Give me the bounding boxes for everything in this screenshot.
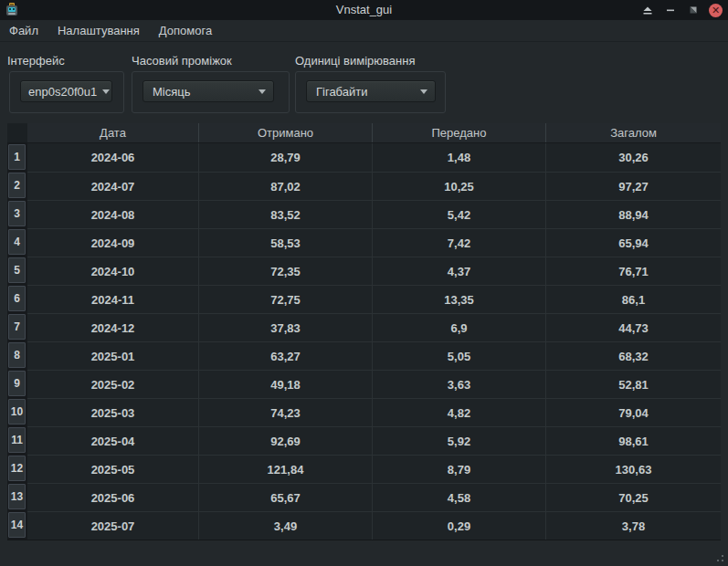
interface-select[interactable]: enp0s20f0u1 — [20, 80, 112, 102]
cell-date: 2025-04 — [27, 426, 198, 455]
cell-date: 2025-05 — [27, 455, 198, 483]
units-select-value: Гігабайти — [316, 85, 367, 99]
row-number-cell[interactable]: 5 — [7, 257, 27, 285]
row-number: 11 — [8, 427, 26, 453]
shade-window-button[interactable] — [640, 3, 655, 17]
row-number-cell[interactable]: 6 — [7, 285, 27, 313]
row-number-cell[interactable]: 12 — [7, 455, 27, 483]
time-span-select-value: Місяць — [153, 85, 190, 99]
time-span-label: Часовий проміжок — [132, 54, 232, 68]
cell-sent: 13,35 — [372, 285, 545, 313]
chevron-down-icon — [420, 89, 427, 94]
menubar: Файл Налаштування Допомога — [0, 20, 728, 42]
table-row[interactable]: 32024-0883,525,4288,94 — [7, 200, 721, 228]
window-title: Vnstat_gui — [0, 0, 728, 20]
table-row[interactable]: 12024-0628,791,4830,26 — [7, 143, 721, 172]
table-row[interactable]: 42024-0958,537,4265,94 — [7, 228, 721, 257]
row-number-cell[interactable]: 10 — [7, 398, 27, 426]
row-number-cell[interactable]: 2 — [7, 172, 27, 200]
units-select[interactable]: Гігабайти — [306, 80, 436, 102]
cell-sent: 4,58 — [372, 483, 545, 511]
close-window-button[interactable]: ✕ — [709, 4, 723, 17]
table-row[interactable]: 142025-073,490,293,78 — [7, 511, 721, 540]
cell-date: 2024-11 — [27, 285, 198, 313]
titlebar[interactable]: Vnstat_gui ✕ — [0, 0, 728, 20]
table-header-row: Дата Отримано Передано Загалом — [7, 123, 721, 143]
row-number: 9 — [8, 371, 26, 396]
minimize-window-button[interactable] — [663, 3, 678, 17]
cell-received: 121,84 — [198, 455, 372, 483]
table-row[interactable]: 62024-1172,7513,3586,1 — [7, 285, 721, 313]
row-number: 2 — [8, 173, 26, 198]
row-number: 5 — [8, 257, 26, 283]
row-number-cell[interactable]: 14 — [7, 511, 27, 540]
row-number-cell[interactable]: 1 — [7, 143, 27, 172]
row-number-cell[interactable]: 3 — [7, 200, 27, 228]
cell-date: 2024-09 — [27, 228, 198, 257]
cell-sent: 5,42 — [372, 200, 545, 228]
row-number: 7 — [8, 314, 26, 340]
menu-item-file[interactable]: Файл — [9, 24, 48, 37]
table-row[interactable]: 112025-0492,695,9298,61 — [7, 426, 721, 455]
menu-item-help[interactable]: Допомога — [159, 24, 222, 37]
cell-sent: 6,9 — [372, 313, 545, 341]
cell-received: 83,52 — [198, 200, 372, 228]
cell-sent: 7,42 — [372, 228, 545, 257]
row-number: 1 — [8, 144, 26, 170]
cell-date: 2025-06 — [27, 483, 198, 511]
row-number-cell[interactable]: 13 — [7, 483, 27, 511]
table-row[interactable]: 52024-1072,354,3776,71 — [7, 257, 721, 285]
cell-total: 130,63 — [545, 455, 721, 483]
cell-sent: 10,25 — [372, 172, 545, 200]
row-number: 14 — [8, 512, 26, 538]
cell-date: 2025-07 — [27, 511, 198, 540]
cell-sent: 5,05 — [372, 341, 545, 370]
cell-received: 74,23 — [198, 398, 372, 426]
minimize-icon — [665, 5, 676, 16]
window-controls: ✕ — [640, 0, 723, 20]
row-number-cell[interactable]: 7 — [7, 313, 27, 341]
maximize-window-button[interactable] — [686, 3, 701, 17]
row-number-cell[interactable]: 8 — [7, 341, 27, 370]
cell-received: 63,27 — [198, 341, 372, 370]
cell-sent: 8,79 — [372, 455, 545, 483]
menu-item-settings[interactable]: Налаштування — [58, 24, 150, 37]
cell-received: 92,69 — [198, 426, 372, 455]
cell-total: 3,78 — [545, 511, 721, 540]
column-header-received[interactable]: Отримано — [198, 123, 372, 142]
table-row[interactable]: 22024-0787,0210,2597,27 — [7, 172, 721, 200]
units-label: Одиниці вимірювання — [295, 54, 415, 68]
cell-sent: 0,29 — [372, 511, 545, 540]
traffic-table: Дата Отримано Передано Загалом 12024-062… — [7, 123, 721, 540]
row-number-cell[interactable]: 9 — [7, 370, 27, 398]
cell-sent: 4,82 — [372, 398, 545, 426]
cell-total: 65,94 — [545, 228, 721, 257]
row-number: 6 — [8, 286, 26, 311]
column-header-sent[interactable]: Передано — [372, 123, 545, 142]
table-row[interactable]: 82025-0163,275,0568,32 — [7, 341, 721, 370]
table-row[interactable]: 72024-1237,836,944,73 — [7, 313, 721, 341]
table-row[interactable]: 122025-05121,848,79130,63 — [7, 455, 721, 483]
cell-date: 2024-06 — [27, 143, 198, 172]
table-row[interactable]: 102025-0374,234,8279,04 — [7, 398, 721, 426]
cell-received: 87,02 — [198, 172, 372, 200]
cell-total: 30,26 — [545, 143, 721, 172]
row-number: 13 — [8, 484, 26, 509]
chevron-down-icon — [258, 89, 266, 94]
table-corner-cell — [7, 123, 27, 142]
table-row[interactable]: 92025-0249,183,6352,81 — [7, 370, 721, 398]
row-number-cell[interactable]: 4 — [7, 228, 27, 257]
cell-total: 79,04 — [545, 398, 721, 426]
resize-grip[interactable] — [712, 550, 725, 563]
row-number-cell[interactable]: 11 — [7, 426, 27, 455]
time-span-select[interactable]: Місяць — [142, 80, 274, 102]
interface-select-value: enp0s20f0u1 — [28, 85, 97, 99]
table-row[interactable]: 132025-0665,674,5870,25 — [7, 483, 721, 511]
cell-received: 65,67 — [198, 483, 372, 511]
cell-date: 2025-01 — [27, 341, 198, 370]
column-header-date[interactable]: Дата — [27, 123, 198, 142]
cell-received: 49,18 — [198, 370, 372, 398]
column-header-total[interactable]: Загалом — [545, 123, 721, 142]
interface-label: Інтерфейс — [7, 54, 65, 68]
cell-total: 52,81 — [545, 370, 721, 398]
